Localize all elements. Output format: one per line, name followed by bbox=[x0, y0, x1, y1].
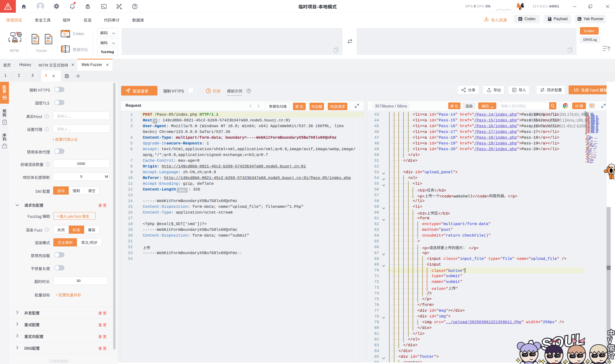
svg-text:</>: </> bbox=[66, 35, 70, 39]
svg-text:WS: WS bbox=[46, 40, 51, 43]
svg-text:Web: Web bbox=[33, 40, 39, 43]
svg-text:C: C bbox=[519, 18, 521, 21]
